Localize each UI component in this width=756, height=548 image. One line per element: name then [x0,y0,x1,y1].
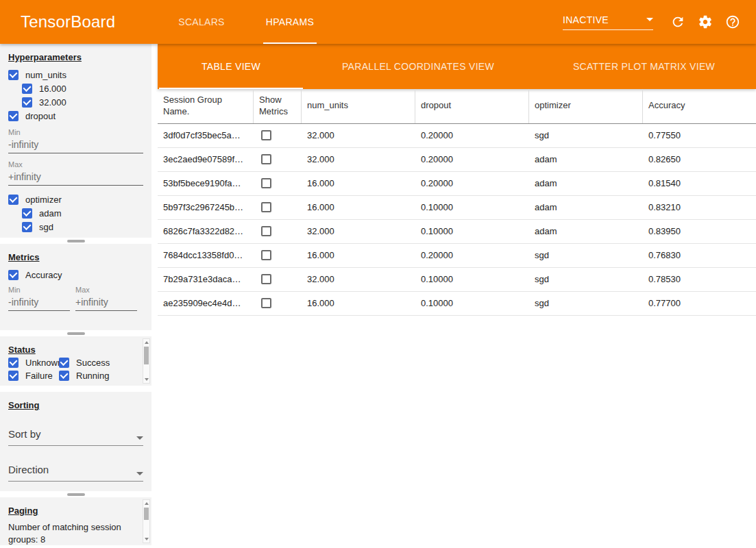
metric-range-fields: Min Max [8,286,143,311]
num-units-cell: 16.000 [302,196,415,219]
show-metrics-cell [254,244,302,267]
tab-parallel-coordinates-view[interactable]: PARALLEL COORDINATES VIEW [304,44,532,89]
num-units-cell: 16.000 [302,292,415,315]
min-label: Min [8,128,143,136]
dropout-min-input[interactable] [8,136,143,153]
status-dropdown[interactable]: INACTIVE [563,14,653,30]
hparam-value-adam[interactable]: adam [0,206,151,220]
help-button[interactable] [719,8,746,36]
show-metrics-checkbox[interactable] [261,298,271,308]
tab-scatter-plot-matrix-view[interactable]: SCATTER PLOT MATRIX VIEW [532,44,756,89]
paging-scrollbar[interactable] [143,499,150,543]
num-units-cell: 32.000 [302,220,415,243]
tab-scalars[interactable]: SCALARS [158,0,245,44]
table-row: 5b97f3c2967245b… 16.000 0.10000 adam 0.8… [158,196,756,220]
hparam-num-units[interactable]: num_units [0,68,151,82]
status-unknown[interactable]: Unknown [0,356,59,369]
matching-groups-text: Number of matching session groups: 8 [8,521,130,545]
hparam-dropout[interactable]: dropout [0,109,151,123]
gear-icon [698,14,713,29]
refresh-icon [670,14,685,29]
hparam-value-32[interactable]: 32.000 [0,95,151,109]
col-accuracy[interactable]: Accuracy [643,89,756,123]
hparam-optimizer[interactable]: optimizer [0,192,151,206]
optimizer-cell: sgd [529,124,643,147]
table-row: ae235909ec4e4d… 16.000 0.10000 sgd 0.777… [158,292,756,316]
dropout-cell: 0.20000 [415,244,529,267]
accuracy-cell: 0.76830 [643,244,756,267]
scroll-up-icon [145,341,149,344]
chevron-down-icon [646,18,653,21]
dropout-max-input[interactable] [8,169,143,186]
show-metrics-checkbox[interactable] [261,154,271,164]
hparam-value-sgd[interactable]: sgd [0,220,151,234]
optimizer-cell: adam [529,172,643,195]
app-title: TensorBoard [21,12,115,32]
metrics-panel: Metrics Accuracy Min Max [0,244,151,330]
accuracy-cell: 0.78530 [643,268,756,291]
tab-table-view[interactable]: TABLE VIEW [158,44,304,89]
sort-by-select[interactable]: Sort by [8,428,143,446]
status-scrollbar[interactable] [143,338,150,384]
dropout-max-field: Max [8,160,143,186]
accuracy-cell: 0.81540 [643,172,756,195]
status-running[interactable]: Running [59,369,134,382]
checkbox-checked-icon [59,358,69,368]
col-show-metrics[interactable]: Show Metrics [254,89,302,123]
session-group-name-cell: ae235909ec4e4d… [158,292,254,315]
direction-select[interactable]: Direction [8,464,143,482]
dropout-cell: 0.20000 [415,172,529,195]
max-label: Max [75,286,137,294]
optimizer-cell: adam [529,220,643,243]
sorting-heading: Sorting [8,400,143,410]
metric-min-field: Min [8,286,70,311]
hparam-value-16[interactable]: 16.000 [0,82,151,95]
col-num-units[interactable]: num_units [302,89,415,123]
session-group-name-cell: 53bf5bece9190fa… [158,172,254,195]
show-metrics-checkbox[interactable] [261,274,271,284]
accuracy-cell: 0.82650 [643,148,756,171]
resize-handle[interactable] [0,491,151,497]
app-toolbar: TensorBoard SCALARS HPARAMS INACTIVE [0,0,756,44]
main-content: TABLE VIEW PARALLEL COORDINATES VIEW SCA… [158,44,756,548]
show-metrics-checkbox[interactable] [261,202,271,212]
sidebar: Hyperparameters num_units 16.000 32.000 … [0,44,151,548]
num-units-cell: 32.000 [302,268,415,291]
num-units-cell: 32.000 [302,124,415,147]
metric-accuracy[interactable]: Accuracy [0,268,151,282]
show-metrics-checkbox[interactable] [261,250,271,260]
show-metrics-cell [254,268,302,291]
checkbox-checked-icon [8,371,19,381]
tab-hparams[interactable]: HPARAMS [245,0,334,44]
table-row: 7684dcc13358fd0… 16.000 0.20000 sgd 0.76… [158,244,756,268]
col-dropout[interactable]: dropout [415,89,529,123]
num-units-cell: 16.000 [302,244,415,267]
session-group-name-cell: 7b29a731e3daca… [158,268,254,291]
session-group-name-cell: 3df0d7cf35bec5a… [158,124,254,147]
chevron-down-icon [136,436,143,440]
resize-handle[interactable] [0,330,151,336]
show-metrics-checkbox[interactable] [261,130,271,140]
dropout-cell: 0.10000 [415,268,529,291]
refresh-button[interactable] [664,8,692,36]
resize-handle[interactable] [0,238,151,244]
metric-min-input[interactable] [8,294,70,311]
show-metrics-checkbox[interactable] [261,178,271,188]
optimizer-cell: sgd [529,244,643,267]
settings-button[interactable] [692,8,719,36]
session-group-name-cell: 3ec2aed9e07589f… [158,148,254,171]
status-checkbox-grid: Unknown Success Failure Running [0,356,139,382]
status-success[interactable]: Success [59,356,134,369]
col-session-group-name[interactable]: Session Group Name. [158,89,254,123]
col-optimizer[interactable]: optimizer [529,89,643,123]
metric-max-input[interactable] [75,294,137,311]
show-metrics-cell [254,292,302,315]
table-body: 3df0d7cf35bec5a… 32.000 0.20000 sgd 0.77… [158,124,756,316]
status-failure[interactable]: Failure [0,369,59,382]
show-metrics-checkbox[interactable] [261,226,271,236]
show-metrics-cell [254,124,302,147]
dropout-cell: 0.10000 [415,196,529,219]
checkbox-checked-icon [22,222,32,232]
scroll-up-icon [145,502,149,505]
dropout-cell: 0.10000 [415,220,529,243]
